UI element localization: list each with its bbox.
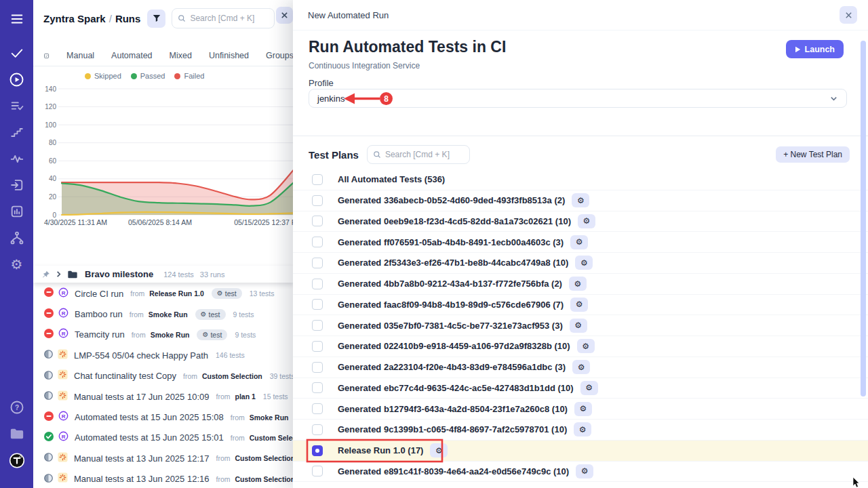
test-plan-label[interactable]: Generated b12794f3-643a-4a2d-8504-23f1e7… <box>338 404 568 414</box>
test-plans-search-input[interactable] <box>385 150 460 159</box>
test-plan-checkbox[interactable] <box>312 320 323 331</box>
test-plan-label[interactable]: Generated 0eeb9e18-f23d-4cd5-82dd-8a1a73… <box>338 216 571 226</box>
run-list-item[interactable]: R Teamcity run from Smoke Run ⚙test 9 te… <box>33 325 294 345</box>
run-from-target[interactable]: Custom Selection <box>202 372 262 380</box>
test-plan-label[interactable]: Generated 336abecb-0b52-4d60-9ded-493f3f… <box>338 195 565 205</box>
test-plan-label[interactable]: Generated 022410b9-e918-4459-a106-97d2a9… <box>338 341 570 351</box>
test-plan-checkbox[interactable] <box>312 237 323 247</box>
run-tag-badge[interactable]: ⚙test <box>212 288 242 299</box>
test-plan-checkbox[interactable] <box>312 466 323 476</box>
import-icon[interactable] <box>9 177 25 193</box>
run-name[interactable]: Manual tests at 13 Jun 2025 12:16 <box>74 474 209 484</box>
steps-icon[interactable] <box>9 124 25 140</box>
run-name[interactable]: Manual tests at 13 Jun 2025 12:17 <box>74 453 209 464</box>
run-tag-badge[interactable]: ⚙test <box>197 329 227 340</box>
runs-play-icon[interactable] <box>9 71 25 87</box>
test-plan-settings-button[interactable]: ⚙ <box>577 339 595 353</box>
run-from-target[interactable]: Smoke Run <box>250 413 289 422</box>
test-plans-search[interactable] <box>367 145 470 164</box>
run-name[interactable]: Automated tests at 15 Jun 2025 15:08 <box>75 412 224 422</box>
run-list-item[interactable]: Manual tests at 13 Jun 2025 12:17 from C… <box>33 448 294 468</box>
run-from-target[interactable]: Smoke Run <box>149 310 188 319</box>
app-logo[interactable] <box>9 452 25 468</box>
test-plan-checkbox[interactable] <box>312 174 323 185</box>
test-plan-row[interactable]: Generated 336abecb-0b52-4d60-9ded-493f3f… <box>293 190 868 211</box>
test-plan-row[interactable]: Generated b12794f3-643a-4a2d-8504-23f1e7… <box>293 399 868 420</box>
run-name[interactable]: Automated tests at 15 Jun 2025 15:01 <box>75 432 224 443</box>
new-test-plan-button[interactable]: + New Test Plan <box>776 146 850 163</box>
run-list-item[interactable]: R Automated tests at 15 Jun 2025 15:08 f… <box>33 407 294 427</box>
run-list-item[interactable]: R Bamboo run from Smoke Run ⚙test 9 test… <box>33 304 294 324</box>
test-plan-label[interactable]: Release Run 1.0 (17) <box>338 445 423 455</box>
test-plan-label[interactable]: Generated e891c41f-8039-4e64-aa24-e0d56e… <box>338 466 569 476</box>
run-tag-badge[interactable]: ⚙test <box>195 309 226 320</box>
legend-item-skipped[interactable]: Skipped <box>85 72 121 80</box>
menu-icon[interactable] <box>9 11 25 27</box>
filter-button[interactable] <box>147 9 165 28</box>
test-plan-row[interactable]: Generated 2f5343e3-ef26-47b1-be8b-44cabc… <box>293 253 868 274</box>
test-plan-settings-button[interactable]: ⚙ <box>580 381 598 395</box>
test-plan-settings-button[interactable]: ⚙ <box>570 319 587 333</box>
test-plan-checkbox[interactable] <box>312 279 323 289</box>
test-plan-row[interactable]: Generated 035e7bf0-7381-4c5c-be77-321e73… <box>293 315 868 336</box>
drawer-close-button[interactable] <box>840 6 857 24</box>
run-from-target[interactable]: Smoke Run <box>151 331 190 339</box>
run-list-item[interactable]: R Circle CI run from Release Run 1.0 ⚙te… <box>33 283 294 304</box>
milestone-name[interactable]: Bravo milestone <box>85 269 153 279</box>
test-plan-settings-button[interactable]: ⚙ <box>572 360 590 374</box>
test-plan-row[interactable]: Generated 0eeb9e18-f23d-4cd5-82dd-8a1a73… <box>293 211 868 232</box>
runs-search-input[interactable] <box>190 14 264 23</box>
tab-unfinished[interactable]: Unfinished <box>209 51 249 60</box>
run-name[interactable]: Teamcity run <box>75 329 125 340</box>
test-plan-label[interactable]: Generated 4bb7a8b0-9212-43a4-b137-f772fe… <box>338 279 562 289</box>
run-from-target[interactable]: Custom Selection <box>235 454 294 462</box>
test-plan-row[interactable]: Generated 022410b9-e918-4459-a106-97d2a9… <box>293 336 868 357</box>
test-plan-label[interactable]: All Automated Tests (536) <box>338 174 445 184</box>
test-plan-checkbox[interactable] <box>312 258 323 268</box>
test-plan-settings-button[interactable]: ⚙ <box>570 235 588 249</box>
profile-select[interactable]: jenkins <box>309 89 847 108</box>
tab-mixed[interactable]: Mixed <box>170 51 192 60</box>
run-name[interactable]: Manual tests at 17 Jun 2025 10:09 <box>74 392 209 402</box>
test-plan-row[interactable]: Generated e891c41f-8039-4e64-aa24-e0d56e… <box>293 462 868 483</box>
test-plan-row[interactable]: Generated faac8f09-94b8-4b19-89d9-c576cd… <box>293 295 868 316</box>
run-list-item[interactable]: R Automated tests at 15 Jun 2025 15:01 f… <box>33 428 294 448</box>
test-plan-settings-button[interactable]: ⚙ <box>572 193 589 207</box>
test-plan-settings-button[interactable]: ⚙ <box>574 422 591 436</box>
test-plan-settings-button[interactable]: ⚙ <box>574 402 592 416</box>
milestone-row[interactable]: Bravo milestone 124 tests 33 runs <box>33 266 294 283</box>
run-list-item[interactable]: Manual tests at 17 Jun 2025 10:09 from p… <box>33 386 294 407</box>
run-list-item[interactable]: Manual tests at 13 Jun 2025 12:16 from C… <box>33 469 294 488</box>
run-name[interactable]: Circle CI run <box>75 289 123 299</box>
select-runs-icon[interactable] <box>43 50 50 62</box>
breadcrumb-project[interactable]: Zyntra Spark <box>43 13 106 24</box>
test-plan-label[interactable]: Generated faac8f09-94b8-4b19-89d9-c576cd… <box>338 300 564 310</box>
run-from-target[interactable]: Custom Selection <box>235 475 294 483</box>
test-plan-checkbox[interactable] <box>312 195 323 206</box>
run-name[interactable]: LMP-554 05/04 check Happy Path <box>74 350 208 361</box>
test-plan-settings-button[interactable]: ⚙ <box>576 464 593 479</box>
test-plan-label[interactable]: Generated 2f5343e3-ef26-47b1-be8b-44cabc… <box>338 258 568 268</box>
tab-automated[interactable]: Automated <box>111 51 152 60</box>
test-plan-row[interactable]: All Automated Tests (536) <box>293 169 868 190</box>
test-plan-checkbox[interactable] <box>312 424 323 435</box>
chevron-right-icon[interactable] <box>55 270 62 278</box>
help-icon[interactable]: ? <box>9 399 25 415</box>
projects-folder-icon[interactable] <box>9 426 25 442</box>
test-plan-checkbox[interactable] <box>312 382 323 393</box>
run-name[interactable]: Chat functinality test Copy <box>74 371 176 381</box>
test-plan-label[interactable]: Generated ff076591-05ab-4b4b-8491-1ecb00… <box>338 237 564 247</box>
drawer-scrollbar[interactable] <box>861 41 866 396</box>
test-plan-row[interactable]: Release Run 1.0 (17) ⚙ <box>293 441 868 462</box>
test-plan-label[interactable]: Generated 035e7bf0-7381-4c5c-be77-321e73… <box>338 321 563 331</box>
legend-item-passed[interactable]: Passed <box>131 72 165 80</box>
test-plan-settings-button[interactable]: ⚙ <box>570 298 588 312</box>
breadcrumb-page[interactable]: Runs <box>115 13 141 24</box>
run-from-target[interactable]: plan 1 <box>235 392 255 401</box>
run-from-target[interactable]: Release Run 1.0 <box>149 289 204 298</box>
run-from-target[interactable]: Custom Selection <box>250 434 294 442</box>
test-plan-checkbox[interactable] <box>312 445 323 456</box>
test-plan-row[interactable]: Generated 9c1399b1-c065-4f84-8697-7af2c5… <box>293 420 868 441</box>
test-plan-row[interactable]: Generated ff076591-05ab-4b4b-8491-1ecb00… <box>293 232 868 253</box>
tab-manual[interactable]: Manual <box>66 51 94 60</box>
